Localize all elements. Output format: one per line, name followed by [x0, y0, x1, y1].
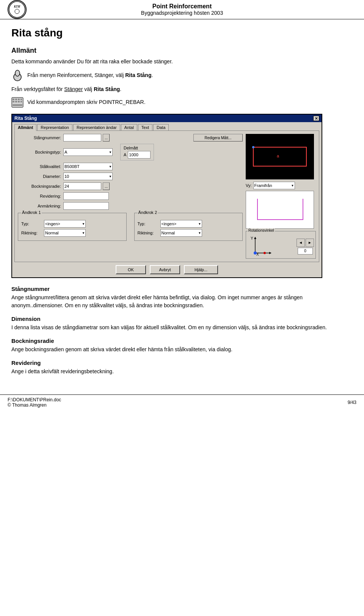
diameter-row: Diameter: 10 — [18, 173, 243, 180]
svg-rect-13 — [20, 101, 22, 102]
tab-text[interactable]: Text — [138, 124, 152, 131]
rotation-right-button[interactable]: ► — [306, 239, 314, 247]
bockningsradie-browse-button[interactable]: ... — [103, 182, 110, 190]
dimension-body: I denna lista visas de stångdiametrar so… — [11, 324, 353, 332]
revidering-input[interactable] — [63, 192, 109, 200]
stagnummer-row: Stångnummer: ... Redigera Mått... — [18, 134, 243, 141]
endkrok1-rikt-label: Riktning: — [21, 231, 44, 235]
delmatt-a-input[interactable] — [128, 151, 151, 159]
svg-point-0 — [9, 2, 25, 17]
vy-row: Vy: Framifrån — [246, 182, 316, 189]
revidering-heading: Revidering — [11, 360, 353, 366]
tab-representation-andar[interactable]: Representation ändar — [73, 124, 120, 131]
rotation-input[interactable]: 0 — [298, 248, 313, 255]
svg-rect-19 — [246, 191, 314, 229]
endkrok1-box: Ändkrok 1 Typ: <ingen> — [18, 213, 127, 241]
diameter-select-wrapper: 10 — [63, 173, 113, 180]
svg-point-27 — [264, 252, 266, 254]
stalkvallitet-label: Stålkvalitet: — [18, 164, 63, 169]
diameter-select[interactable]: 10 — [63, 173, 113, 180]
endkrok1-typ-select[interactable]: <ingen> — [44, 220, 86, 228]
dialog-close-button[interactable]: ✕ — [313, 116, 319, 121]
svg-rect-15 — [246, 134, 314, 179]
endkrok2-typ-select-wrapper: <ingen> — [160, 220, 202, 228]
avbryt-button[interactable]: Avbryt — [150, 265, 180, 274]
xy-axis-icon: X Y — [248, 236, 274, 257]
endkrok1-rikt-row: Riktning: Normal — [21, 229, 123, 237]
svg-rect-11 — [15, 101, 17, 102]
shape-preview-svg — [246, 191, 314, 229]
right-panel: a Vy: Framifrån — [246, 134, 316, 259]
dimension-heading: Dimension — [11, 316, 353, 322]
endkrok-section: Ändkrok 1 Typ: <ingen> — [18, 213, 243, 241]
tab-bar: Allmänt Representation Representation än… — [12, 122, 322, 130]
svg-point-2 — [15, 9, 19, 14]
svg-point-17 — [252, 146, 254, 148]
dialog-form-area: Stångnummer: ... Redigera Mått... Bockni… — [18, 134, 243, 259]
svg-text:KTH: KTH — [14, 5, 20, 8]
rotation-box: Rotationsvinkel X — [246, 231, 316, 259]
intro-text: Detta kommando använder Du för att rita … — [11, 58, 353, 66]
endkrok2-rikt-label: Riktning: — [138, 231, 160, 235]
dialog-buttons: OK Avbryt Hjälp... — [12, 262, 322, 277]
revidering-body: Ange i detta skrivfält revideringsbeteck… — [11, 368, 353, 376]
endkrok2-typ-select[interactable]: <ingen> — [160, 220, 202, 228]
footer-filepath: F:\DOKUMENT\PRein.doc — [8, 397, 61, 402]
delmatt-label: Delmått — [124, 146, 151, 150]
bockningsradie-body: Ange bockningsradien genom att skriva vä… — [11, 346, 353, 354]
endkrok1-rikt-select[interactable]: Normal — [44, 229, 86, 237]
page-footer: F:\DOKUMENT\PRein.doc © Thomas Almgren 9… — [0, 394, 364, 410]
svg-rect-6 — [13, 99, 14, 100]
toolbar-text: Från verktygsfältet för Stänger välj Rit… — [11, 85, 353, 93]
svg-text:X: X — [256, 252, 259, 256]
endkrok2-rikt-select-wrapper: Normal — [160, 229, 202, 237]
redigera-matt-button[interactable]: Redigera Mått... — [193, 134, 243, 141]
bockningstyp-select-wrapper: A — [63, 148, 113, 156]
menu-text: Från menyn Reinforcement, Stänger, välj … — [11, 69, 353, 82]
endkrok2-rikt-select[interactable]: Normal — [160, 229, 202, 237]
stagnummer-body: Ange stångnumret/littera genom att skriv… — [11, 294, 353, 310]
bockningsradie-heading: Bockningsradie — [11, 338, 353, 344]
bockningstyp-select[interactable]: A — [63, 148, 113, 156]
bockningsradie-row: Bockningsradie: ... — [18, 182, 243, 190]
svg-text:Y: Y — [251, 236, 253, 240]
rotation-left-button[interactable]: ◄ — [297, 239, 305, 247]
main-content: Rita stång Allmänt Detta kommando använd… — [0, 19, 364, 387]
revidering-label: Revidering: — [18, 194, 63, 198]
svg-marker-23 — [269, 252, 271, 254]
tab-representation[interactable]: Representation — [37, 124, 72, 131]
footer-page: 9/43 — [348, 400, 356, 405]
vy-select-wrapper: Framifrån — [253, 182, 295, 189]
anmarkning-label: Anmärkning: — [18, 204, 63, 208]
endkrok1-typ-select-wrapper: <ingen> — [44, 220, 86, 228]
rotation-title: Rotationsvinkel — [248, 228, 275, 233]
cursor-icon — [11, 69, 24, 82]
rotation-input-area: ◄ ► 0 — [297, 239, 314, 255]
endkrok1-rikt-select-wrapper: Normal — [44, 229, 86, 237]
dialog-box: Rita Stång ✕ Allmänt Representation Repr… — [11, 114, 322, 278]
tab-allant[interactable]: Allmänt — [14, 124, 36, 131]
svg-rect-14 — [13, 104, 22, 106]
tab-antal[interactable]: Antal — [121, 124, 137, 131]
endkrok1-typ-row: Typ: <ingen> — [21, 220, 123, 228]
section1-title: Allmänt — [11, 47, 353, 55]
vy-label: Vy: — [246, 183, 252, 188]
anmarkning-input[interactable] — [63, 202, 109, 210]
revidering-row: Revidering: — [18, 192, 243, 200]
bockningstyp-label: Bockningstyp: — [18, 150, 63, 154]
stalkvallitet-row: Stålkvalitet: B500BT — [18, 163, 243, 170]
svg-rect-8 — [18, 99, 20, 100]
bockningsradie-label: Bockningsradie: — [18, 184, 63, 189]
bockningsradie-input[interactable] — [63, 182, 101, 190]
ok-button[interactable]: OK — [116, 265, 146, 274]
hjalp-button[interactable]: Hjälp... — [184, 265, 218, 274]
stagnummer-heading: Stångnummer — [11, 286, 353, 292]
stagnummer-input[interactable] — [63, 134, 101, 141]
tab-data[interactable]: Data — [153, 124, 169, 131]
stagnummer-browse-button[interactable]: ... — [103, 134, 110, 141]
stalkvallitet-select[interactable]: B500BT — [63, 163, 113, 170]
stangar-link: Stänger — [64, 86, 83, 92]
header-title-line1: Point Reinforcement — [141, 3, 223, 10]
vy-select[interactable]: Framifrån — [253, 182, 295, 189]
delmatt-values: A — [124, 151, 151, 159]
